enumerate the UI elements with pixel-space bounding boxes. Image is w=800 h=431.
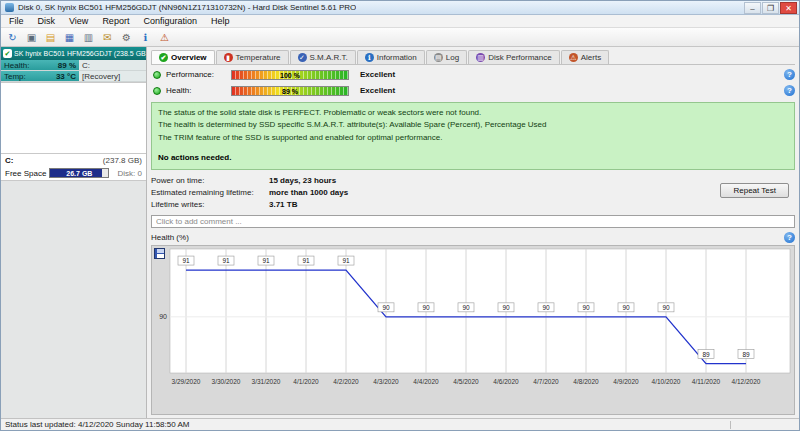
sidebar-temp-value: 33 °C bbox=[56, 72, 76, 81]
svg-text:4/5/2020: 4/5/2020 bbox=[453, 378, 479, 385]
status-separator bbox=[730, 421, 731, 429]
svg-text:90: 90 bbox=[159, 313, 167, 320]
log-icon: ▤ bbox=[434, 53, 443, 62]
tab-label: Alerts bbox=[581, 53, 601, 62]
tab-log[interactable]: ▤Log bbox=[426, 50, 467, 64]
tab-label: S.M.A.R.T. bbox=[310, 53, 348, 62]
svg-text:4/1/2020: 4/1/2020 bbox=[293, 378, 319, 385]
save-chart-icon[interactable] bbox=[154, 248, 165, 259]
minimize-button[interactable]: – bbox=[744, 2, 761, 14]
menu-item-view[interactable]: View bbox=[62, 15, 95, 27]
menu-item-disk[interactable]: Disk bbox=[31, 15, 63, 27]
power-on-row: Power on time: 15 days, 23 hours bbox=[151, 175, 720, 187]
tab-label: Temperature bbox=[236, 53, 281, 62]
free-space-value: 26.7 GB bbox=[50, 169, 108, 177]
configuration-icon[interactable]: ⚙ bbox=[118, 30, 135, 45]
health-help-icon[interactable]: ? bbox=[784, 85, 795, 96]
tab-temperature[interactable]: ▮Temperature bbox=[216, 50, 289, 64]
partition-size: (237.8 GB) bbox=[103, 156, 142, 165]
svg-text:91: 91 bbox=[342, 257, 350, 264]
svg-text:4/11/2020: 4/11/2020 bbox=[692, 378, 721, 385]
menu-item-help[interactable]: Help bbox=[204, 15, 237, 27]
content: ✔ SK hynix BC501 HFM256GDJT (238.5 GB) H… bbox=[1, 47, 799, 418]
tab-label: Overview bbox=[171, 53, 207, 62]
performance-help-icon[interactable]: ? bbox=[784, 69, 795, 80]
svg-text:91: 91 bbox=[222, 257, 230, 264]
lifetime-row: Estimated remaining lifetime: more than … bbox=[151, 187, 720, 199]
svg-text:3/31/2020: 3/31/2020 bbox=[252, 378, 281, 385]
svg-text:4/2/2020: 4/2/2020 bbox=[333, 378, 359, 385]
disk-list-area[interactable] bbox=[1, 82, 146, 154]
svg-text:91: 91 bbox=[182, 257, 190, 264]
sidebar: ✔ SK hynix BC501 HFM256GDJT (238.5 GB) H… bbox=[1, 47, 147, 418]
sidebar-health-value: 89 % bbox=[58, 61, 76, 70]
status-text: Status last updated: 4/12/2020 Sunday 11… bbox=[5, 420, 189, 429]
close-button[interactable]: ✕ bbox=[780, 2, 797, 14]
menu-item-report[interactable]: Report bbox=[95, 15, 136, 27]
print-icon[interactable]: ▥ bbox=[80, 30, 97, 45]
menu-item-configuration[interactable]: Configuration bbox=[136, 15, 204, 27]
sidebar-temp-label: Temp: bbox=[4, 72, 26, 81]
svg-text:90: 90 bbox=[662, 303, 670, 310]
statusbar: Status last updated: 4/12/2020 Sunday 11… bbox=[1, 418, 799, 430]
svg-text:4/10/2020: 4/10/2020 bbox=[652, 378, 681, 385]
tab-s-m-a-r-t-[interactable]: ✓S.M.A.R.T. bbox=[290, 50, 356, 64]
health-value: 89 % bbox=[232, 87, 348, 95]
comment-input[interactable] bbox=[151, 215, 795, 228]
writes-value: 3.71 TB bbox=[269, 199, 297, 211]
svg-text:4/6/2020: 4/6/2020 bbox=[493, 378, 519, 385]
svg-text:3/30/2020: 3/30/2020 bbox=[212, 378, 241, 385]
svg-text:4/12/2020: 4/12/2020 bbox=[732, 378, 761, 385]
performance-label: Performance: bbox=[166, 70, 226, 79]
maximize-button[interactable]: ❐ bbox=[762, 2, 779, 14]
info-section: Power on time: 15 days, 23 hours Estimat… bbox=[151, 175, 795, 211]
sidebar-filler bbox=[1, 181, 146, 418]
free-space-label: Free Space bbox=[5, 169, 46, 178]
svg-text:90: 90 bbox=[422, 303, 430, 310]
tab-alerts[interactable]: ⚠Alerts bbox=[561, 50, 609, 64]
tab-overview[interactable]: ✔Overview bbox=[151, 50, 215, 64]
svg-text:90: 90 bbox=[542, 303, 550, 310]
main-panel: ✔Overview▮Temperature✓S.M.A.R.T.ℹInforma… bbox=[147, 47, 799, 418]
info-grid: Power on time: 15 days, 23 hours Estimat… bbox=[151, 175, 720, 211]
overview-check-icon: ✔ bbox=[159, 53, 168, 62]
status-line-1: The status of the solid state disk is PE… bbox=[158, 107, 788, 119]
health-row: Health: 89 % Excellent ? bbox=[151, 84, 795, 97]
writes-label: Lifetime writes: bbox=[151, 199, 269, 211]
repeat-test-button[interactable]: Repeat Test bbox=[720, 183, 789, 198]
open-folder-icon[interactable]: ▤ bbox=[42, 30, 59, 45]
tab-disk-performance[interactable]: ▥Disk Performance bbox=[468, 50, 560, 64]
tab-label: Disk Performance bbox=[488, 53, 552, 62]
hdd-icon[interactable]: ▣ bbox=[23, 30, 40, 45]
tab-information[interactable]: ℹInformation bbox=[357, 50, 425, 64]
email-report-icon[interactable]: ✉ bbox=[99, 30, 116, 45]
menu-item-file[interactable]: File bbox=[2, 15, 31, 27]
save-report-icon[interactable]: ▦ bbox=[61, 30, 78, 45]
sidebar-temp-row: Temp: 33 °C [Recovery] bbox=[1, 71, 146, 82]
chart-help-icon[interactable]: ? bbox=[784, 232, 795, 243]
detect-disks-icon[interactable]: ↻ bbox=[4, 30, 21, 45]
thermometer-icon: ▮ bbox=[224, 53, 233, 62]
svg-text:90: 90 bbox=[582, 303, 590, 310]
writes-row: Lifetime writes: 3.71 TB bbox=[151, 199, 720, 211]
performance-tab-icon: ▥ bbox=[476, 53, 485, 62]
disk-number-label: Disk: 0 bbox=[118, 169, 142, 178]
disk-ok-check-icon: ✔ bbox=[3, 49, 12, 58]
sidebar-health-row: Health: 89 % C: bbox=[1, 60, 146, 71]
partition-row[interactable]: C: (237.8 GB) bbox=[1, 154, 146, 166]
partition-name: C: bbox=[5, 156, 13, 165]
svg-text:89: 89 bbox=[702, 350, 710, 357]
menubar: FileDiskViewReportConfigurationHelp bbox=[1, 15, 799, 28]
information-icon[interactable]: ℹ bbox=[137, 30, 154, 45]
performance-gauge: 100 % bbox=[231, 70, 349, 80]
health-history-chart[interactable]: 909191919191909090909090909089893/29/202… bbox=[151, 245, 795, 415]
partition-space-row: Free Space 26.7 GB Disk: 0 bbox=[1, 166, 146, 181]
svg-text:3/29/2020: 3/29/2020 bbox=[172, 378, 201, 385]
power-on-label: Power on time: bbox=[151, 175, 269, 187]
status-text-box: The status of the solid state disk is PE… bbox=[151, 102, 795, 170]
lifetime-value: more than 1000 days bbox=[269, 187, 348, 199]
performance-rating: Excellent bbox=[360, 70, 395, 79]
disk-list-item[interactable]: ✔ SK hynix BC501 HFM256GDJT (238.5 GB) bbox=[1, 47, 146, 60]
alert-settings-icon[interactable]: ⚠ bbox=[156, 30, 173, 45]
sidebar-temp-cell: Temp: 33 °C bbox=[1, 71, 79, 81]
